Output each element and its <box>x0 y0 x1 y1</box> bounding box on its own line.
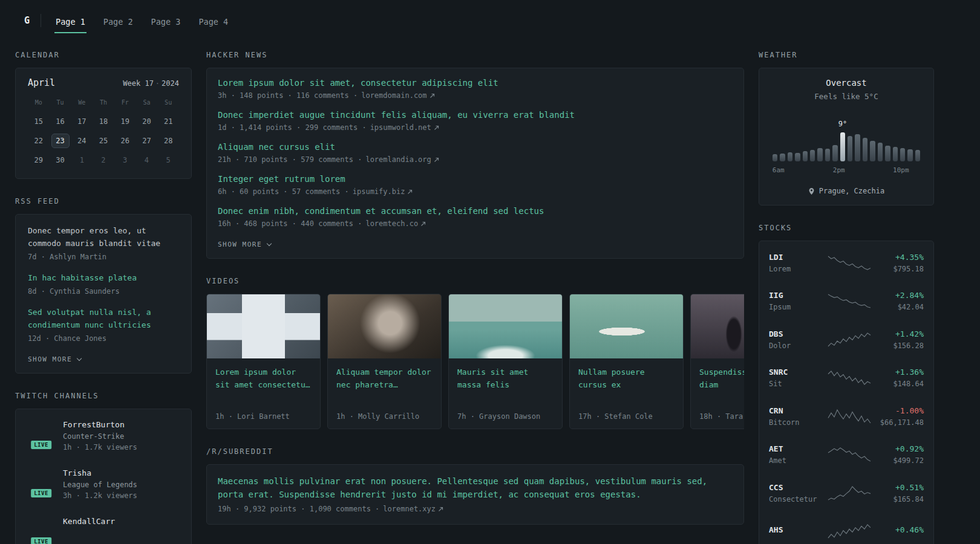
stock-symbol: IIG <box>769 291 827 300</box>
video-title-link[interactable]: Suspendisse diam <box>699 366 744 407</box>
rss-headline-link[interactable]: In hac habitasse platea <box>28 271 179 284</box>
location-text: Prague, Czechia <box>819 187 884 195</box>
stock-id: AET Amet <box>769 444 827 465</box>
post-domain-link[interactable]: loremnet.xyz <box>383 505 443 513</box>
external-link-icon <box>430 93 435 99</box>
stock-id: AHS <box>769 525 827 537</box>
video-card: Aliquam tempor dolor nec pharetra… 1h · … <box>327 294 442 429</box>
temp-bar <box>907 149 912 161</box>
nav-tab[interactable]: Page 2 <box>102 8 134 33</box>
story-domain-link[interactable]: loremdomain.com <box>361 91 434 100</box>
avatar-wrap: LIVE <box>28 516 54 542</box>
temp-bar <box>803 151 808 161</box>
story-title-link[interactable]: Donec imperdiet augue tincidunt felis al… <box>218 110 733 120</box>
temp-bar <box>840 132 845 161</box>
temp-bar <box>893 147 898 161</box>
story-meta: 3h · 148 points · 116 comments · loremdo… <box>218 91 733 100</box>
stock-sparkline <box>827 447 872 462</box>
story-stats: 6h · 60 points · 57 comments · <box>218 187 349 196</box>
video-thumbnail[interactable] <box>570 294 683 358</box>
stock-change: +0.46% <box>879 525 924 534</box>
weather-condition: Overcast <box>770 78 923 88</box>
app-logo[interactable]: G <box>24 15 30 26</box>
twitch-channel-row[interactable]: LIVE KendallCarr <box>28 516 179 542</box>
stock-row[interactable]: DBS Dolor +1.42% $156.28 <box>769 320 924 359</box>
temp-bar <box>900 148 905 161</box>
twitch-channel-row[interactable]: LIVE ForrestBurton Counter-Strike 1h · 1… <box>28 419 179 452</box>
stock-name: Amet <box>769 456 827 465</box>
calendar-day: 15 <box>30 114 48 129</box>
nav-tab[interactable]: Page 4 <box>197 8 229 33</box>
time-label: 10pm <box>893 166 909 174</box>
temp-bar <box>863 138 867 161</box>
story-domain-link[interactable]: loremlandia.org <box>365 155 439 164</box>
story-domain-link[interactable]: ipsumworld.net <box>370 123 439 132</box>
video-thumbnail[interactable] <box>449 294 562 358</box>
story-title-link[interactable]: Integer eget rutrum lorem <box>218 174 733 184</box>
calendar-day: 27 <box>137 134 155 148</box>
stock-name: Lorem <box>769 265 827 273</box>
stock-row[interactable]: IIG Ipsum +2.84% $42.04 <box>769 282 924 321</box>
external-link-icon <box>407 189 413 195</box>
stock-name: Ipsum <box>769 303 827 311</box>
video-thumbnail[interactable] <box>328 294 441 358</box>
temp-bar <box>825 149 830 161</box>
stock-row[interactable]: CRN Bitcorn -1.00% $66,171.48 <box>769 397 924 436</box>
hackernews-show-more-button[interactable]: SHOW MORE <box>218 238 733 250</box>
video-body: Mauris sit amet massa felis 7h · Grayson… <box>449 358 562 429</box>
temp-bar <box>915 150 920 161</box>
video-title-link[interactable]: Nullam posuere cursus ex <box>578 366 675 407</box>
stock-sparkline <box>827 332 872 348</box>
stock-values: -1.00% $66,171.48 <box>879 406 924 427</box>
calendar-year: 2024 <box>162 79 179 88</box>
weather-feels-like: Feels like 5°C <box>770 92 923 101</box>
stock-row[interactable]: AHS +0.46% <box>769 513 924 544</box>
rss-headline-link[interactable]: Donec tempor eros leo, ut commodo mauris… <box>28 224 179 250</box>
story-domain-link[interactable]: ipsumify.biz <box>353 187 413 196</box>
show-more-label: SHOW MORE <box>28 355 72 363</box>
stock-symbol: AHS <box>769 525 827 534</box>
external-link-icon <box>438 507 443 512</box>
temp-bar <box>788 152 792 161</box>
avatar-wrap: LIVE <box>28 467 54 494</box>
weather-section-title: WEATHER <box>759 51 934 59</box>
video-title-link[interactable]: Lorem ipsum dolor sit amet consectetu… <box>215 366 312 407</box>
story-title-link[interactable]: Donec enim nibh, condimentum et accumsan… <box>218 206 733 216</box>
stock-id: SNRC Sit <box>769 368 827 388</box>
rss-widget: RSS FEED Donec tempor eros leo, ut commo… <box>15 197 192 374</box>
story-title-link[interactable]: Aliquam nec cursus elit <box>218 142 733 152</box>
weekday-label: We <box>71 99 93 106</box>
rss-section-title: RSS FEED <box>15 197 192 206</box>
calendar-day: 26 <box>116 134 134 148</box>
story-title-link[interactable]: Lorem ipsum dolor sit amet, consectetur … <box>218 78 733 88</box>
stock-change: +4.35% <box>879 253 924 262</box>
story-domain-link[interactable]: loremtech.co <box>365 219 426 228</box>
story-meta: 16h · 468 points · 440 comments · loremt… <box>218 219 733 228</box>
stock-values: +2.84% $42.04 <box>879 291 924 311</box>
video-title-link[interactable]: Aliquam tempor dolor nec pharetra… <box>336 366 433 407</box>
nav-tab[interactable]: Page 1 <box>54 8 87 33</box>
stock-row[interactable]: CCS Consectetur +0.51% $165.84 <box>769 474 924 513</box>
calendar-day: 16 <box>51 114 70 129</box>
story-stats: 16h · 468 points · 440 comments · <box>218 219 362 228</box>
weather-widget: WEATHER Overcast Feels like 5°C 9° 6am2p… <box>759 51 934 206</box>
subreddit-section-title: /R/SUBREDDIT <box>206 447 744 456</box>
video-title-link[interactable]: Mauris sit amet massa felis <box>457 366 554 407</box>
video-thumbnail[interactable] <box>207 294 320 358</box>
twitch-channel-row[interactable]: LIVE Trisha League of Legends 3h · 1.2k … <box>28 467 179 500</box>
rss-show-more-button[interactable]: SHOW MORE <box>28 353 179 364</box>
channel-name: Trisha <box>63 467 137 478</box>
post-title-link[interactable]: Maecenas mollis pulvinar erat non posuer… <box>218 474 733 501</box>
stock-price: $148.64 <box>879 380 924 388</box>
stock-row[interactable]: LDI Lorem +4.35% $795.18 <box>769 244 924 282</box>
stock-row[interactable]: SNRC Sit +1.36% $148.64 <box>769 359 924 398</box>
nav-tab[interactable]: Page 3 <box>150 8 182 33</box>
rss-headline-link[interactable]: Sed volutpat nulla nisl, a condimentum n… <box>28 306 179 331</box>
story-meta: 6h · 60 points · 57 comments · ipsumify.… <box>218 187 733 196</box>
video-thumbnail[interactable] <box>691 294 744 358</box>
stock-row[interactable]: AET Amet +0.92% $499.72 <box>769 436 924 474</box>
story-item: Lorem ipsum dolor sit amet, consectetur … <box>218 78 733 100</box>
videos-widget: VIDEOS Lorem ipsum dolor sit amet consec… <box>206 277 744 429</box>
calendar-day: 2 <box>94 153 113 167</box>
story-item: Donec imperdiet augue tincidunt felis al… <box>218 110 733 132</box>
